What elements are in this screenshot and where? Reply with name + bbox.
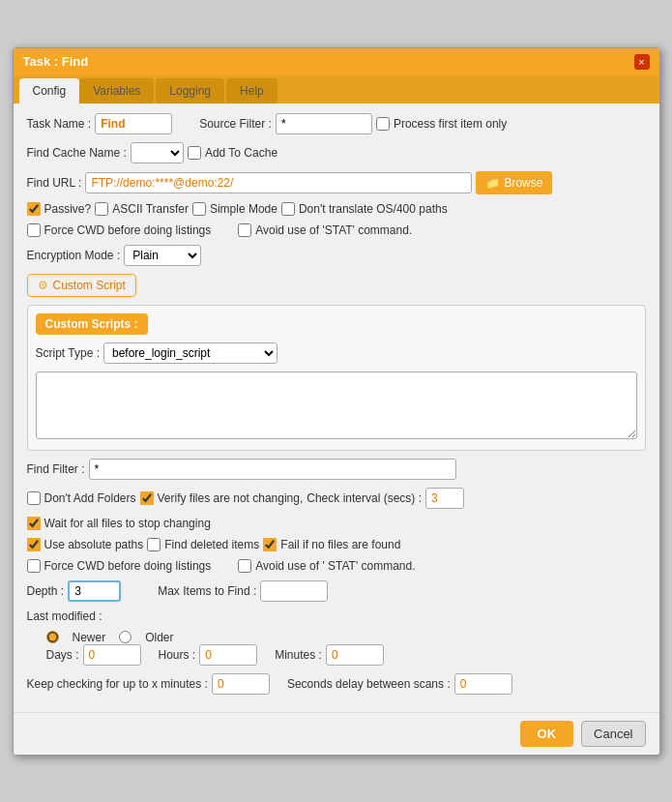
use-absolute-checkbox[interactable] — [27, 538, 41, 551]
options-row3: Force CWD before doing listings Avoid us… — [27, 559, 646, 573]
verify-files-label: Verify files are not changing, — [158, 491, 304, 505]
script-type-select[interactable]: before_login_script — [103, 342, 278, 364]
avoid-stat-checkbox[interactable] — [238, 223, 251, 237]
window-title: Task : Find — [23, 54, 89, 69]
days-input[interactable] — [83, 644, 141, 666]
dont-add-folders-label: Don't Add Folders — [44, 491, 136, 505]
cancel-button[interactable]: Cancel — [581, 721, 645, 747]
find-cache-row: Find Cache Name : Add To Cache — [27, 142, 646, 163]
depth-input[interactable] — [68, 580, 121, 602]
config-content: Task Name : Source Filter : Process firs… — [14, 104, 659, 712]
task-name-row: Task Name : Source Filter : Process firs… — [27, 113, 646, 134]
script-textarea[interactable] — [36, 371, 637, 439]
custom-script-button[interactable]: ⚙ Custom Script — [27, 274, 136, 297]
max-items-input[interactable] — [260, 580, 328, 602]
use-absolute-label: Use absolute paths — [44, 538, 144, 551]
dont-translate-label: Don't translate OS/400 paths — [299, 202, 448, 216]
find-filter-row: Find Filter : — [27, 459, 646, 480]
browse-button[interactable]: 📁 Browse — [476, 171, 552, 194]
find-filter-label: Find Filter : — [27, 462, 85, 476]
find-deleted-label: Find deleted items — [164, 538, 259, 551]
find-deleted-checkbox[interactable] — [147, 538, 161, 551]
simple-mode-checkbox[interactable] — [192, 202, 206, 216]
script-type-label: Script Type : — [36, 346, 100, 360]
process-first-label: Process first item only — [394, 117, 507, 131]
encryption-select[interactable]: Plain — [124, 245, 201, 266]
footer: OK Cancel — [14, 712, 659, 755]
wait-all-checkbox[interactable] — [27, 517, 41, 530]
find-url-row: Find URL : 📁 Browse — [27, 171, 646, 194]
hours-input[interactable] — [199, 644, 257, 666]
custom-scripts-section: Custom Scripts : Script Type : before_lo… — [27, 305, 646, 451]
add-to-cache-label: Add To Cache — [205, 146, 278, 160]
older-radio[interactable] — [119, 631, 131, 643]
encryption-label: Encryption Mode : — [27, 249, 121, 262]
encryption-row: Encryption Mode : Plain — [27, 245, 646, 266]
find-filter-input[interactable] — [89, 459, 456, 480]
wait-all-label: Wait for all files to stop changing — [44, 517, 211, 530]
force-cwd2-checkbox[interactable] — [27, 559, 41, 573]
source-filter-input[interactable] — [276, 113, 372, 134]
minutes-label: Minutes : — [275, 648, 322, 662]
find-cache-label: Find Cache Name : — [27, 146, 127, 160]
keep-checking-label: Keep checking for up to x minutes : — [27, 677, 208, 691]
depth-row: Depth : Max Items to Find : — [27, 580, 646, 602]
timing-row: Keep checking for up to x minutes : Seco… — [27, 673, 646, 695]
depth-label: Depth : — [27, 584, 65, 598]
avoid-stat2-label: Avoid use of ' STAT' command. — [255, 559, 415, 573]
find-url-input[interactable] — [85, 172, 472, 193]
gear-icon: ⚙ — [38, 279, 48, 292]
title-bar: Task : Find × — [14, 48, 659, 75]
passive-label: Passive? — [44, 202, 92, 216]
keep-checking-input[interactable] — [212, 673, 270, 695]
close-button[interactable]: × — [634, 54, 650, 70]
find-url-label: Find URL : — [27, 176, 82, 190]
max-items-label: Max Items to Find : — [158, 584, 256, 598]
passive-checkbox[interactable] — [27, 202, 41, 216]
force-cwd-checkbox[interactable] — [27, 223, 41, 237]
tab-config[interactable]: Config — [19, 78, 80, 104]
tab-logging[interactable]: Logging — [156, 78, 224, 104]
minutes-input[interactable] — [326, 644, 384, 666]
force-cwd-label: Force CWD before doing listings — [44, 223, 212, 237]
newer-radio[interactable] — [46, 631, 59, 643]
last-modified-row: Last modified : — [27, 609, 646, 623]
seconds-delay-label: Seconds delay between scans : — [287, 677, 451, 691]
dont-translate-checkbox[interactable] — [281, 202, 295, 216]
older-label: Older — [145, 631, 173, 644]
fail-no-files-checkbox[interactable] — [263, 538, 277, 551]
dont-add-folders-checkbox[interactable] — [27, 491, 41, 505]
browse-icon: 📁 — [485, 176, 500, 190]
days-label: Days : — [46, 648, 79, 662]
avoid-stat2-checkbox[interactable] — [238, 559, 251, 573]
task-find-window: Task : Find × Config Variables Logging H… — [13, 47, 660, 756]
custom-scripts-header: Custom Scripts : — [36, 313, 148, 335]
ascii-transfer-checkbox[interactable] — [95, 202, 108, 216]
ascii-transfer-label: ASCII Transfer — [112, 202, 189, 216]
verify-row: Don't Add Folders Verify files are not c… — [27, 488, 646, 509]
hours-label: Hours : — [159, 648, 196, 662]
avoid-stat-label: Avoid use of 'STAT' command. — [255, 223, 412, 237]
options-row2: Force CWD before doing listings Avoid us… — [27, 223, 646, 237]
verify-files-checkbox[interactable] — [140, 491, 154, 505]
process-first-checkbox[interactable] — [376, 117, 390, 131]
tab-variables[interactable]: Variables — [79, 78, 154, 104]
task-name-label: Task Name : — [27, 117, 92, 131]
time-row: Days : Hours : Minutes : — [46, 644, 646, 666]
script-type-row: Script Type : before_login_script — [36, 342, 637, 364]
find-cache-select[interactable] — [131, 142, 184, 163]
task-name-input[interactable] — [95, 113, 172, 134]
options-row1: Passive? ASCII Transfer Simple Mode Don'… — [27, 202, 646, 216]
newer-older-row: Newer Older — [27, 631, 646, 644]
newer-label: Newer — [73, 631, 106, 644]
seconds-delay-input[interactable] — [454, 673, 512, 695]
fail-no-files-label: Fail if no files are found — [280, 538, 400, 551]
ok-button[interactable]: OK — [520, 721, 574, 747]
source-filter-label: Source Filter : — [199, 117, 272, 131]
tab-bar: Config Variables Logging Help — [14, 75, 659, 104]
force-cwd2-label: Force CWD before doing listings — [44, 559, 212, 573]
check-interval-input[interactable] — [425, 488, 464, 509]
add-to-cache-checkbox[interactable] — [188, 146, 201, 160]
tab-help[interactable]: Help — [226, 78, 278, 104]
check-interval-label: Check interval (secs) : — [307, 491, 422, 505]
